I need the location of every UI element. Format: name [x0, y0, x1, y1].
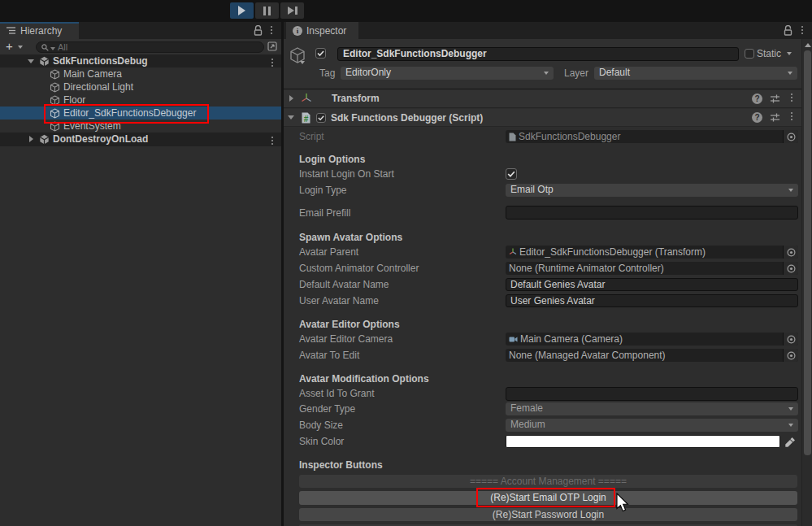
scene-foldout-icon[interactable]: [28, 59, 34, 63]
gameobject-name-field[interactable]: Editor_SdkFunctionsDebugger: [337, 47, 739, 61]
email-prefill-input[interactable]: [506, 206, 798, 220]
play-button[interactable]: [230, 2, 254, 19]
tab-inspector[interactable]: i Inspector: [286, 22, 358, 39]
scene-menu-icon[interactable]: [270, 59, 275, 67]
transform-component-header[interactable]: Transform ?: [284, 89, 801, 108]
inspector-tabstrip: i Inspector: [284, 22, 812, 39]
avatar-parent-label: Avatar Parent: [299, 246, 358, 259]
scene-row-sdkfunctionsdebug[interactable]: SdkFunctionsDebug: [0, 54, 281, 67]
check-icon: [316, 49, 325, 58]
component-enabled-checkbox[interactable]: [316, 113, 326, 123]
component-menu-icon[interactable]: [789, 112, 794, 120]
tag-label: Tag: [319, 67, 335, 80]
section-inspector-buttons: Inspector Buttons: [299, 459, 383, 472]
login-type-label: Login Type: [299, 184, 347, 197]
gameobject-dropdown-icon[interactable]: [300, 61, 305, 64]
avatar-to-edit-object-field[interactable]: None (Managed Avatar Component): [506, 349, 798, 362]
login-type-dropdown[interactable]: Email Otp: [506, 184, 798, 197]
camera-icon: [509, 336, 518, 343]
scene-foldout-icon[interactable]: [29, 136, 33, 142]
account-management-separator-button: ===== Account Management =====: [299, 475, 797, 488]
instant-login-checkbox[interactable]: [506, 168, 517, 180]
hierarchy-item-directional-light[interactable]: Directional Light: [0, 80, 281, 93]
hierarchy-menu-icon[interactable]: [269, 26, 274, 34]
scene-name: DontDestroyOnLoad: [53, 133, 148, 146]
skin-color-swatch[interactable]: [506, 435, 780, 448]
default-avatar-name-input[interactable]: Default Genies Avatar: [506, 278, 798, 291]
csharp-script-icon: #: [302, 112, 310, 124]
script-component-header[interactable]: # Sdk Functions Debugger (Script) ?: [284, 109, 801, 127]
scene-icon: [39, 134, 50, 145]
gameobject-active-checkbox[interactable]: [315, 48, 326, 59]
foldout-icon[interactable]: [288, 115, 294, 120]
check-icon: [317, 114, 325, 122]
tab-focus-line: [0, 22, 79, 24]
static-dropdown-icon[interactable]: [787, 52, 792, 55]
foldout-icon[interactable]: [289, 95, 293, 102]
scene-row-dontdestroyonload[interactable]: DontDestroyOnLoad: [0, 133, 281, 146]
hierarchy-item-label: Directional Light: [63, 80, 133, 93]
scene-menu-icon[interactable]: [270, 137, 275, 145]
eyedropper-icon[interactable]: [785, 437, 796, 447]
object-picker-icon[interactable]: [783, 246, 798, 259]
scrollbar-thumb[interactable]: [804, 50, 811, 455]
object-picker-icon[interactable]: [783, 333, 798, 346]
create-dropdown-icon[interactable]: [18, 46, 23, 49]
body-size-dropdown[interactable]: Medium: [506, 419, 798, 432]
gameobject-cube-icon: [50, 82, 60, 93]
default-avatar-name-value: Default Genies Avatar: [510, 279, 606, 290]
search-placeholder: All: [58, 42, 67, 53]
object-picker-icon[interactable]: [783, 130, 798, 143]
gender-type-dropdown[interactable]: Female: [506, 402, 798, 415]
object-picker-icon[interactable]: [783, 262, 798, 275]
asset-id-input[interactable]: [506, 387, 798, 401]
script-object-value: SdkFunctionsDebugger: [519, 131, 620, 143]
inspector-menu-icon[interactable]: [800, 26, 805, 34]
dropdown-arrow-icon: [788, 407, 793, 411]
dropdown-arrow-icon: [544, 72, 549, 75]
user-avatar-name-input[interactable]: User Genies Avatar: [506, 294, 798, 307]
svg-text:#: #: [304, 115, 309, 124]
tab-hierarchy[interactable]: Hierarchy: [0, 22, 79, 39]
step-button[interactable]: [280, 2, 304, 19]
tag-dropdown[interactable]: EditorOnly: [341, 67, 554, 80]
avatar-to-edit-value: None (Managed Avatar Component): [509, 350, 666, 362]
lock-icon[interactable]: [784, 25, 792, 36]
lock-icon[interactable]: [254, 25, 263, 36]
static-label: Static: [757, 47, 781, 61]
presets-icon[interactable]: [770, 112, 780, 123]
search-filter-dropdown-icon[interactable]: [50, 47, 55, 50]
custom-animator-object-field[interactable]: None (Runtime Animator Controller): [506, 262, 798, 275]
create-add-button[interactable]: +: [6, 39, 13, 54]
gender-type-label: Gender Type: [299, 402, 355, 415]
scene-picker-icon[interactable]: [267, 41, 277, 51]
custom-animator-value: None (Runtime Animator Controller): [509, 263, 664, 275]
layer-value: Default: [599, 67, 630, 78]
component-menu-icon[interactable]: [789, 93, 794, 102]
tag-value: EditorOnly: [345, 67, 391, 78]
script-object-field[interactable]: SdkFunctionsDebugger: [506, 130, 798, 143]
annotation-box-button: [476, 488, 615, 507]
play-icon: [238, 6, 245, 15]
avatar-editor-camera-object-field[interactable]: Main Camera (Camera): [506, 333, 798, 346]
help-icon[interactable]: ?: [752, 93, 762, 104]
hierarchy-list-icon: [7, 27, 15, 34]
body-size-label: Body Size: [299, 419, 343, 432]
presets-icon[interactable]: [770, 93, 780, 104]
static-checkbox[interactable]: [745, 49, 754, 59]
skin-color-label: Skin Color: [299, 435, 344, 448]
check-icon: [506, 169, 516, 179]
restart-password-login-button[interactable]: (Re)Start Password Login: [299, 508, 797, 521]
object-picker-icon[interactable]: [783, 349, 798, 362]
hierarchy-search-input[interactable]: All: [36, 41, 264, 53]
scrollbar-up-icon[interactable]: [805, 43, 811, 47]
inspector-scrollbar[interactable]: [801, 39, 812, 526]
pause-button[interactable]: [255, 2, 279, 19]
section-login-options: Login Options: [299, 153, 365, 166]
body-size-value: Medium: [510, 419, 545, 430]
help-icon[interactable]: ?: [752, 112, 762, 123]
hierarchy-item-main-camera[interactable]: Main Camera: [0, 67, 281, 80]
layer-dropdown[interactable]: Default: [594, 67, 797, 80]
editor-toolbar: [0, 0, 812, 22]
avatar-parent-object-field[interactable]: Editor_SdkFunctionsDebugger (Transform): [506, 246, 798, 259]
